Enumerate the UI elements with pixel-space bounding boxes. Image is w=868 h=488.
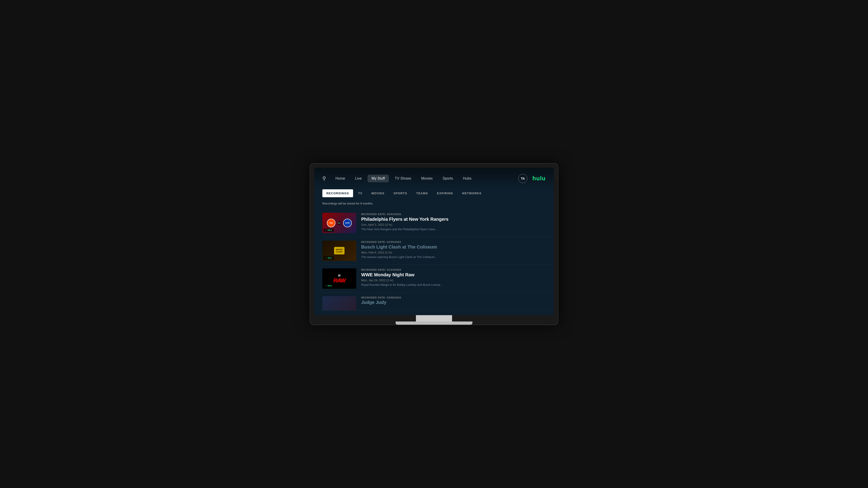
- hulu-logo: hulu: [532, 175, 546, 182]
- nav-tvshows[interactable]: TV Shows: [391, 175, 415, 182]
- recorded-date: RECRODED DATE: 02/06/2022: [361, 240, 554, 243]
- rec-badge: REC: [324, 229, 334, 232]
- recording-title: Philadelphia Flyers at New York Rangers: [361, 217, 554, 222]
- tab-expiring[interactable]: EXPIRING: [433, 189, 457, 197]
- recording-meta: Mon, Feb 6, 2022 (2 hr): [361, 251, 554, 254]
- search-icon[interactable]: ⚲: [322, 175, 326, 182]
- rec-badge: REC: [324, 284, 334, 287]
- recording-description: The New York Rangers and the Philadelphi…: [361, 227, 554, 231]
- tab-teams[interactable]: TEAMS: [412, 189, 432, 197]
- recording-meta: Mon, Jan 24, 2022 (1 hr): [361, 279, 554, 282]
- monitor-stand-base: [396, 322, 472, 325]
- flyers-logo: PHI: [327, 219, 336, 227]
- tab-movies[interactable]: MOVIES: [367, 189, 389, 197]
- recording-info: RECRODED DATE: 04/03/2022 Philadelphia F…: [361, 213, 554, 231]
- recording-thumb: REC: [322, 296, 356, 311]
- tab-recordings[interactable]: RECORDINGS: [322, 189, 353, 197]
- recording-thumb: PHI NHL NYR REC: [322, 213, 356, 233]
- nav-live[interactable]: Live: [351, 175, 366, 182]
- list-item[interactable]: REC RECRODED DATE: 03/08/2022 Judge Judy: [322, 293, 554, 311]
- recording-description: The season-opening Busch Light Clash at …: [361, 255, 554, 259]
- recording-thumb: BUSCHCLASH REC: [322, 240, 356, 261]
- rangers-logo: NYR: [343, 219, 352, 227]
- recorded-date: RECRODED DATE: 03/08/2022: [361, 296, 554, 299]
- wwe-raw-logo: RAW: [333, 278, 345, 283]
- recorded-date: RECRODED DATE: 01/24/2022: [361, 268, 554, 271]
- recording-thumb: W RAW REC: [322, 268, 356, 289]
- sub-nav: RECORDINGS TV MOVIES SPORTS TEAMS EXPIRI…: [314, 189, 554, 197]
- monitor: ⚲ Home Live My Stuff TV Shows Movies Spo…: [310, 163, 558, 325]
- wwe-w-icon: W: [338, 274, 340, 277]
- rec-badge: REC: [324, 256, 334, 260]
- recordings-list: PHI NHL NYR REC RECRODED DATE: 04/03/202…: [314, 209, 554, 315]
- main-nav: ⚲ Home Live My Stuff TV Shows Movies Spo…: [314, 168, 554, 189]
- recording-title: Judge Judy: [361, 300, 554, 305]
- nav-movies[interactable]: Movies: [417, 175, 437, 182]
- nav-mystuff[interactable]: My Stuff: [368, 175, 389, 182]
- recording-title: Busch Light Clash at The Coliseum: [361, 244, 554, 250]
- recorded-date: RECRODED DATE: 04/03/2022: [361, 213, 554, 216]
- nav-home[interactable]: Home: [331, 175, 349, 182]
- list-item[interactable]: BUSCHCLASH REC RECRODED DATE: 02/06/2022…: [322, 237, 554, 265]
- list-item[interactable]: PHI NHL NYR REC RECRODED DATE: 04/03/202…: [322, 209, 554, 237]
- tab-networks[interactable]: NETWORKS: [458, 189, 486, 197]
- nav-sports[interactable]: Sports: [438, 175, 457, 182]
- recording-info: RECRODED DATE: 03/08/2022 Judge Judy: [361, 296, 554, 305]
- nav-hubs[interactable]: Hubs: [459, 175, 475, 182]
- clash-logo: BUSCHCLASH: [334, 247, 344, 254]
- recording-meta: Sun, April 3, 2022 (2 hr): [361, 223, 554, 226]
- screen: ⚲ Home Live My Stuff TV Shows Movies Spo…: [314, 168, 554, 315]
- tab-sports[interactable]: SPORTS: [390, 189, 411, 197]
- avatar[interactable]: TA: [518, 174, 527, 183]
- recording-info: RECRODED DATE: 01/24/2022 WWE Monday Nig…: [361, 268, 554, 287]
- tab-tv[interactable]: TV: [354, 189, 366, 197]
- storage-note: Recordings will be stored for 9 months.: [314, 199, 554, 209]
- recording-title: WWE Monday Night Raw: [361, 272, 554, 278]
- list-item[interactable]: W RAW REC RECRODED DATE: 01/24/2022 WWE …: [322, 265, 554, 293]
- nhl-logo: NHL: [338, 221, 341, 225]
- monitor-stand-neck: [416, 315, 452, 322]
- recording-description: Royal Rumble Weigh-in for Bobby Lashley …: [361, 283, 554, 287]
- recording-info: RECRODED DATE: 02/06/2022 Busch Light Cl…: [361, 240, 554, 259]
